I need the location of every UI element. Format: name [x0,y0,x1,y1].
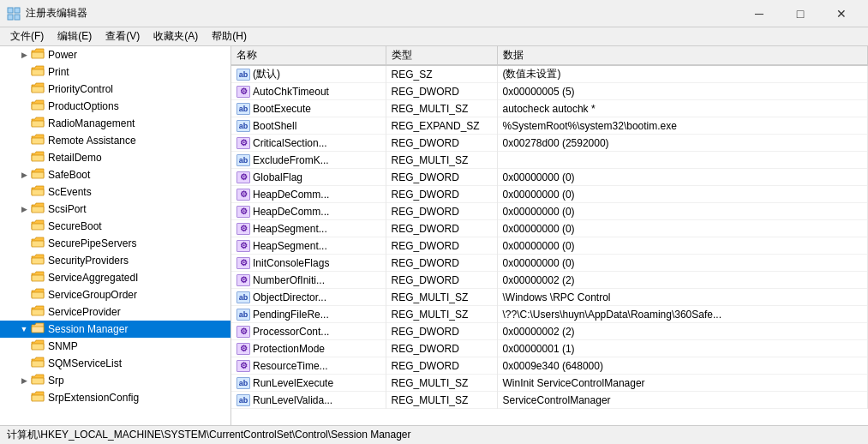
reg-name-cell: ab(默认) [231,65,386,83]
registry-values-panel[interactable]: 名称 类型 数据 ab(默认)REG_SZ(数值未设置)⚙AutoChkTime… [231,46,868,425]
table-row[interactable]: abObjectDirector...REG_MULTI_SZ\Windows … [231,289,868,306]
reg-name-text: NumberOfIniti... [253,274,325,286]
folder-icon [31,339,45,354]
reg-name-cell: ⚙HeapDeComm... [231,186,386,203]
folder-icon [31,117,45,131]
maximize-button[interactable]: □ [781,1,820,27]
menu-edit[interactable]: 编辑(E) [51,27,99,45]
tree-item-securityproviders[interactable]: SecurityProviders [0,252,230,269]
col-header-name[interactable]: 名称 [231,46,386,65]
table-row[interactable]: abPendingFileRe...REG_MULTI_SZ\??\C:\Use… [231,306,868,323]
tree-item-sqmservicelist[interactable]: SQMServiceList [0,355,230,372]
table-row[interactable]: ⚙HeapDeComm...REG_DWORD0x00000000 (0) [231,186,868,203]
table-row[interactable]: ⚙HeapSegment...REG_DWORD0x00000000 (0) [231,237,868,255]
tree-expand-icon[interactable] [17,117,31,130]
tree-expand-icon[interactable] [17,151,31,165]
folder-icon [31,65,45,80]
tree-item-label: Remote Assistance [48,135,136,147]
menu-view[interactable]: 查看(V) [99,27,147,45]
tree-item-serviceprovider[interactable]: ServiceProvider [0,303,230,321]
table-row[interactable]: ⚙ProtectionModeREG_DWORD0x00000001 (1) [231,340,868,357]
tree-item-srp[interactable]: ▶ Srp [0,372,230,389]
tree-item-srpextensionconfig[interactable]: SrpExtensionConfig [0,389,230,406]
table-row[interactable]: ⚙HeapSegment...REG_DWORD0x00000000 (0) [231,220,868,237]
table-row[interactable]: abRunLevelExecuteREG_MULTI_SZWinInit Ser… [231,375,868,392]
reg-type-cell: REG_DWORD [386,357,497,375]
registry-tree[interactable]: ▶ Power Print PriorityControl ProductOpt… [0,46,231,425]
reg-name-cell: abRunLevelExecute [231,375,386,392]
folder-icon [31,357,45,371]
tree-expand-icon[interactable] [17,288,31,302]
tree-expand-icon[interactable]: ▶ [17,374,31,387]
table-row[interactable]: ⚙HeapDeComm...REG_DWORD0x00000000 (0) [231,203,868,220]
tree-item-retaildemo[interactable]: RetailDemo [0,149,230,166]
tree-item-securepipeservers[interactable]: SecurePipeServers [0,235,230,252]
minimize-button[interactable]: ─ [739,1,779,27]
tree-expand-icon[interactable]: ▶ [17,202,31,216]
close-button[interactable]: ✕ [822,1,861,27]
tree-expand-icon[interactable] [17,82,31,96]
table-row[interactable]: ⚙ProcessorCont...REG_DWORD0x00000002 (2) [231,323,868,340]
tree-item-scevents[interactable]: ScEvents [0,183,230,201]
reg-type-cell: REG_DWORD [386,255,497,272]
col-header-type[interactable]: 类型 [386,46,497,65]
tree-expand-icon[interactable] [17,391,31,405]
table-row[interactable]: ⚙CriticalSection...REG_DWORD0x00278d00 (… [231,135,868,152]
tree-expand-icon[interactable] [17,185,31,199]
tree-expand-icon[interactable] [17,271,31,285]
tree-expand-icon[interactable] [17,305,31,319]
tree-item-servicegrouporder[interactable]: ServiceGroupOrder [0,286,230,303]
tree-item-prioritycontrol[interactable]: PriorityControl [0,81,230,98]
table-row[interactable]: ⚙InitConsoleFlagsREG_DWORD0x00000000 (0) [231,255,868,272]
tree-item-radiomanagement[interactable]: RadioManagement [0,115,230,132]
reg-type-cell: REG_DWORD [386,220,497,237]
title-bar: 注册表编辑器 ─ □ ✕ [0,0,868,27]
tree-item-remoteassistance[interactable]: Remote Assistance [0,132,230,149]
table-row[interactable]: ⚙GlobalFlagREG_DWORD0x00000000 (0) [231,169,868,186]
window-title: 注册表编辑器 [26,6,739,21]
table-row[interactable]: ab(默认)REG_SZ(数值未设置) [231,65,868,83]
tree-expand-icon[interactable] [17,254,31,267]
tree-expand-icon[interactable] [17,237,31,250]
tree-expand-icon[interactable] [17,134,31,147]
reg-type-cell: REG_DWORD [386,135,497,152]
tree-expand-icon[interactable] [17,99,31,113]
tree-item-safeboot[interactable]: ▶ SafeBoot [0,166,230,183]
folder-icon [31,322,45,337]
tree-expand-icon[interactable] [17,339,31,353]
tree-item-sessionmanager[interactable]: ▼ Session Manager [0,321,230,338]
table-row[interactable]: abBootExecuteREG_MULTI_SZautocheck autoc… [231,100,868,117]
table-row[interactable]: abBootShellREG_EXPAND_SZ%SystemRoot%\sys… [231,117,868,135]
tree-item-print[interactable]: Print [0,63,230,81]
reg-name-text: ObjectDirector... [253,291,326,303]
tree-item-power[interactable]: ▶ Power [0,46,230,63]
reg-name-text: (默认) [253,67,280,81]
tree-item-serviceaggregatedl[interactable]: ServiceAggregatedI [0,269,230,286]
table-row[interactable]: ⚙ResourceTime...REG_DWORD0x0009e340 (648… [231,357,868,375]
tree-expand-icon[interactable] [17,219,31,233]
folder-icon [31,219,45,234]
tree-expand-icon[interactable]: ▼ [17,322,31,336]
col-header-data[interactable]: 数据 [497,46,868,65]
folder-icon [31,305,45,320]
tree-item-scsiport[interactable]: ▶ ScsiPort [0,201,230,218]
menu-help[interactable]: 帮助(H) [205,27,254,45]
tree-item-secureboot[interactable]: SecureBoot [0,218,230,235]
tree-item-snmp[interactable]: SNMP [0,338,230,355]
table-row[interactable]: ⚙NumberOfIniti...REG_DWORD0x00000002 (2) [231,272,868,289]
folder-icon [31,134,45,148]
tree-item-productoptions[interactable]: ProductOptions [0,98,230,115]
tree-expand-icon[interactable] [17,65,31,79]
reg-data-cell: 0x00278d00 (2592000) [497,135,868,152]
table-row[interactable]: ⚙AutoChkTimeoutREG_DWORD0x00000005 (5) [231,83,868,100]
folder-icon [31,99,45,114]
reg-type-cell: REG_DWORD [386,83,497,100]
reg-name-text: RunLevelExecute [253,377,333,389]
table-row[interactable]: abExcludeFromK...REG_MULTI_SZ [231,152,868,169]
tree-expand-icon[interactable]: ▶ [17,48,31,62]
tree-expand-icon[interactable] [17,357,31,370]
menu-favorites[interactable]: 收藏夹(A) [147,27,205,45]
tree-expand-icon[interactable]: ▶ [17,168,31,182]
table-row[interactable]: abRunLevelValida...REG_MULTI_SZServiceCo… [231,392,868,409]
menu-file[interactable]: 文件(F) [3,27,51,45]
